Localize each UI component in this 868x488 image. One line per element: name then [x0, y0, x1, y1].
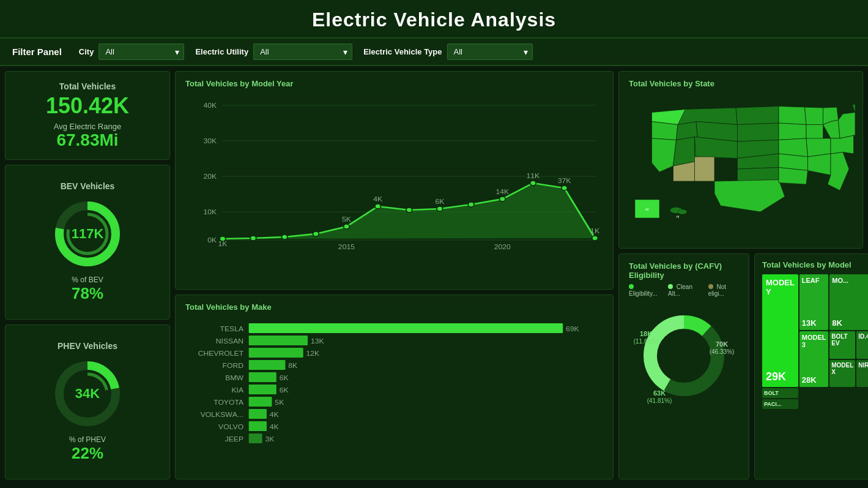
- phev-center: 34K: [75, 387, 100, 400]
- model-year-chart-card: Total Vehicles by Model Year 40K 30K 20K…: [175, 71, 614, 290]
- cafv-svg: 18K (11.86%) 70K (46.33%) 63K (41.81%): [629, 301, 739, 405]
- svg-text:(41.81%): (41.81%): [647, 397, 672, 404]
- svg-text:18K: 18K: [640, 330, 652, 337]
- svg-point-26: [530, 181, 536, 186]
- svg-text:30K: 30K: [204, 138, 217, 145]
- leaf-value: 13K: [802, 318, 826, 328]
- svg-text:(46.33%): (46.33%): [710, 348, 735, 355]
- bev-card: BEV Vehicles 117K % of BEV 78%: [5, 165, 170, 320]
- page-title: Electric Vehicle Analysis: [0, 9, 868, 31]
- model-y-value: 29K: [766, 370, 795, 383]
- us-map-svg: AK HI: [629, 96, 855, 239]
- bottom-row: Total Vehicles by (CAFV) Eligibility Eli…: [618, 253, 863, 479]
- phev-donut: 34K: [51, 357, 124, 430]
- ev-type-select-wrapper[interactable]: All BEV PHEV: [447, 43, 533, 60]
- model-3-label: MODEL 3: [802, 334, 826, 348]
- treemap-paci: PACI...: [762, 399, 798, 409]
- make-chart-title: Total Vehicles by Make: [185, 302, 603, 312]
- svg-text:5K: 5K: [342, 216, 352, 223]
- city-filter-group: City All Seattle Bellevue: [79, 43, 185, 60]
- svg-text:5K: 5K: [275, 399, 284, 406]
- svg-text:2020: 2020: [494, 244, 511, 250]
- svg-text:69K: 69K: [566, 326, 579, 332]
- legend-item-1: Eligibility...: [629, 283, 661, 297]
- utility-select-wrapper[interactable]: All Puget Sound Energy: [253, 43, 352, 60]
- svg-point-24: [468, 202, 474, 207]
- svg-text:FORD: FORD: [223, 362, 244, 369]
- city-filter-label: City: [79, 47, 94, 56]
- svg-text:11K: 11K: [527, 173, 540, 179]
- svg-text:0K: 0K: [207, 237, 217, 244]
- svg-text:6K: 6K: [280, 375, 289, 381]
- ev-type-select[interactable]: All BEV PHEV: [447, 43, 533, 60]
- model-card: Total Vehicles by Model MODEL Y 29K LEAF…: [754, 253, 868, 479]
- model-year-chart-title: Total Vehicles by Model Year: [185, 79, 603, 88]
- avg-range-value: 67.83Mi: [18, 131, 157, 150]
- state-map-title: Total Vehicles by State: [629, 79, 853, 88]
- main-content: Total Vehicles 150.42K Avg Electric Rang…: [0, 66, 868, 484]
- treemap-tiny-group: BOLT PACI...: [762, 388, 798, 409]
- treemap-leaf: LEAF 13K: [799, 274, 829, 330]
- svg-point-22: [406, 208, 412, 212]
- legend-label-1: Eligibility...: [629, 290, 658, 297]
- svg-point-17: [250, 236, 256, 241]
- svg-text:37K: 37K: [558, 178, 571, 184]
- left-sidebar: Total Vehicles 150.42K Avg Electric Rang…: [5, 71, 170, 479]
- svg-text:20K: 20K: [204, 173, 217, 180]
- state-map-card: Total Vehicles by State: [618, 71, 863, 249]
- svg-point-72: [678, 209, 687, 214]
- treemap-mo: MO... 8K: [829, 274, 868, 330]
- svg-text:CHEVROLET: CHEVROLET: [198, 350, 244, 357]
- bev-label: BEV Vehicles: [61, 181, 115, 191]
- svg-point-25: [499, 197, 505, 201]
- svg-point-18: [281, 235, 287, 239]
- treemap-niro: NIRO: [856, 360, 868, 388]
- svg-text:HI: HI: [677, 215, 680, 219]
- svg-rect-58: [249, 397, 272, 407]
- treemap-id4: ID.4: [856, 331, 868, 359]
- svg-text:4K: 4K: [270, 424, 280, 430]
- utility-filter-group: Electric Utility All Puget Sound Energy: [195, 43, 352, 60]
- center-column: Total Vehicles by Model Year 40K 30K 20K…: [175, 71, 614, 479]
- right-column: Total Vehicles by State: [618, 71, 863, 479]
- svg-point-21: [375, 204, 381, 209]
- svg-text:14K: 14K: [496, 189, 510, 195]
- legend-item-3: Not eligi...: [708, 283, 739, 297]
- avg-range-label: Avg Electric Range: [18, 122, 157, 131]
- model-year-svg: 40K 30K 20K 10K 0K: [185, 93, 603, 252]
- svg-text:8K: 8K: [288, 362, 298, 369]
- svg-text:2015: 2015: [338, 244, 355, 250]
- svg-rect-46: [249, 348, 303, 358]
- svg-rect-67: [249, 434, 262, 443]
- svg-text:JEEP: JEEP: [225, 436, 243, 443]
- svg-text:4K: 4K: [270, 411, 280, 418]
- treemap-bolt-ev: BOLT EV: [829, 331, 855, 359]
- svg-point-27: [562, 186, 568, 190]
- svg-text:13K: 13K: [311, 338, 324, 345]
- svg-point-19: [313, 231, 319, 236]
- utility-filter-label: Electric Utility: [195, 47, 248, 56]
- filter-bar: Filter Panel City All Seattle Bellevue E…: [0, 39, 868, 66]
- model-title: Total Vehicles by Model: [762, 260, 868, 269]
- bev-value: 117K: [72, 227, 104, 241]
- svg-text:3K: 3K: [265, 436, 275, 443]
- legend-dot-1: [629, 284, 634, 289]
- phev-value: 34K: [75, 387, 100, 400]
- svg-text:TESLA: TESLA: [220, 326, 244, 332]
- treemap-model-3: MODEL 3 28K: [799, 331, 829, 387]
- svg-rect-49: [249, 360, 286, 370]
- city-select[interactable]: All Seattle Bellevue: [98, 43, 184, 60]
- svg-rect-40: [249, 323, 563, 333]
- cafv-donut-area: 18K (11.86%) 70K (46.33%) 63K (41.81%): [629, 301, 739, 405]
- svg-point-20: [344, 224, 350, 229]
- treemap-model-x: MODEL X: [829, 360, 855, 388]
- utility-select[interactable]: All Puget Sound Energy: [253, 43, 352, 60]
- legend-item-2: Clean Alt...: [668, 283, 701, 297]
- header: Electric Vehicle Analysis: [0, 0, 868, 39]
- svg-text:TOYOTA: TOYOTA: [213, 399, 244, 406]
- city-select-wrapper[interactable]: All Seattle Bellevue: [98, 43, 184, 60]
- svg-rect-43: [249, 336, 308, 345]
- svg-rect-64: [249, 421, 267, 431]
- total-vehicles-card: Total Vehicles 150.42K Avg Electric Rang…: [5, 71, 170, 160]
- bev-center: 117K: [72, 227, 104, 241]
